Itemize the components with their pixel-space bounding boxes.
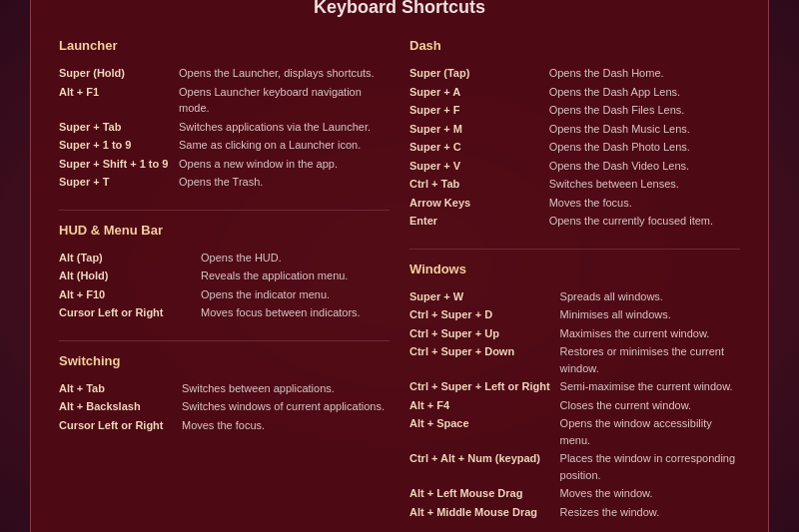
shortcut-desc: Opens the Dash Music Lens.: [549, 120, 740, 139]
shortcut-key: Ctrl + Super + D: [409, 305, 560, 324]
table-row: Alt (Hold)Reveals the application menu.: [59, 266, 390, 285]
shortcut-key: Ctrl + Super + Up: [409, 324, 560, 343]
shortcut-key: Super + A: [409, 83, 549, 102]
shortcut-key: Alt + F4: [409, 396, 560, 415]
shortcut-desc: Switches between applications.: [182, 379, 390, 398]
table-row: Super (Tap)Opens the Dash Home.: [409, 64, 740, 83]
table-row: Cursor Left or RightMoves the focus.: [59, 416, 390, 435]
shortcut-key: Cursor Left or Right: [59, 416, 182, 435]
table-row: Super + FOpens the Dash Files Lens.: [409, 101, 740, 120]
table-row: Alt (Tap)Opens the HUD.: [59, 249, 390, 267]
shortcut-desc: Opens the Dash Home.: [549, 64, 740, 83]
section-dash: Dash Super (Tap)Opens the Dash Home.Supe…: [409, 38, 740, 231]
shortcut-key: Super + V: [409, 157, 549, 176]
dialog-title: Keyboard Shortcuts: [59, 0, 740, 18]
table-row: Super + TabSwitches applications via the…: [59, 118, 390, 137]
shortcut-key: Super + C: [409, 138, 549, 157]
section-windows: Windows Super + WSpreads all windows.Ctr…: [409, 262, 740, 522]
divider-1: [59, 210, 390, 211]
table-row: Cursor Left or RightMoves focus between …: [59, 303, 390, 322]
shortcut-key: Ctrl + Tab: [409, 175, 549, 194]
shortcut-key: Alt + Space: [409, 414, 560, 449]
table-row: EnterOpens the currently focused item.: [409, 212, 740, 231]
shortcut-key: Super + Shift + 1 to 9: [59, 155, 179, 174]
shortcut-key: Super + W: [409, 287, 560, 306]
shortcut-key: Super + T: [59, 173, 179, 192]
shortcut-key: Ctrl + Super + Left or Right: [409, 377, 560, 396]
section-switching: Switching Alt + TabSwitches between appl…: [59, 353, 390, 435]
shortcut-desc: Resizes the window.: [560, 503, 740, 522]
keyboard-shortcuts-dialog: Keyboard Shortcuts Launcher Super (Hold)…: [30, 0, 769, 532]
table-row: Super + 1 to 9Same as clicking on a Laun…: [59, 136, 390, 155]
shortcut-key: Enter: [409, 212, 549, 231]
hud-table: Alt (Tap)Opens the HUD.Alt (Hold)Reveals…: [59, 249, 390, 322]
table-row: Super + COpens the Dash Photo Lens.: [409, 138, 740, 157]
shortcut-desc: Opens Launcher keyboard navigation mode.: [179, 83, 390, 118]
section-hud-title: HUD & Menu Bar: [59, 223, 390, 241]
shortcut-desc: Reveals the application menu.: [201, 266, 390, 285]
table-row: Super + AOpens the Dash App Lens.: [409, 83, 740, 102]
table-row: Super + TOpens the Trash.: [59, 173, 390, 192]
table-row: Super + WSpreads all windows.: [409, 287, 740, 306]
section-dash-title: Dash: [409, 38, 740, 56]
right-column: Dash Super (Tap)Opens the Dash Home.Supe…: [409, 38, 740, 532]
divider-3: [409, 249, 740, 250]
shortcut-desc: Minimises all windows.: [560, 305, 740, 324]
table-row: Super + VOpens the Dash Video Lens.: [409, 157, 740, 176]
shortcut-key: Arrow Keys: [409, 194, 549, 213]
table-row: Ctrl + Super + Left or RightSemi-maximis…: [409, 377, 740, 396]
shortcut-key: Alt (Hold): [59, 266, 201, 285]
shortcut-desc: Opens the Dash Video Lens.: [549, 157, 740, 176]
shortcut-key: Alt (Tap): [59, 249, 201, 267]
table-row: Alt + TabSwitches between applications.: [59, 379, 390, 398]
table-row: Ctrl + Super + UpMaximises the current w…: [409, 324, 740, 343]
dash-table: Super (Tap)Opens the Dash Home.Super + A…: [409, 64, 740, 231]
shortcut-desc: Semi-maximise the current window.: [560, 377, 740, 396]
table-row: Alt + Left Mouse DragMoves the window.: [409, 484, 740, 503]
shortcut-key: Cursor Left or Right: [59, 303, 201, 322]
shortcut-key: Ctrl + Alt + Num (keypad): [409, 449, 560, 484]
shortcut-desc: Opens the HUD.: [201, 249, 390, 267]
shortcut-key: Super (Hold): [59, 64, 179, 83]
table-row: Alt + F4Closes the current window.: [409, 396, 740, 415]
shortcut-desc: Opens the currently focused item.: [549, 212, 740, 231]
shortcut-key: Super + M: [409, 120, 549, 139]
shortcut-desc: Opens the Trash.: [179, 173, 390, 192]
table-row: Ctrl + Super + DMinimises all windows.: [409, 305, 740, 324]
section-windows-title: Windows: [409, 262, 740, 279]
shortcut-desc: Opens the Launcher, displays shortcuts.: [179, 64, 390, 83]
shortcut-desc: Moves the window.: [560, 484, 740, 503]
windows-table: Super + WSpreads all windows.Ctrl + Supe…: [409, 287, 740, 522]
divider-2: [59, 340, 390, 341]
shortcut-desc: Moves the focus.: [182, 416, 390, 435]
table-row: Ctrl + TabSwitches between Lenses.: [409, 175, 740, 194]
shortcut-desc: Same as clicking on a Launcher icon.: [179, 136, 390, 155]
shortcut-key: Alt + F10: [59, 285, 201, 304]
shortcut-desc: Opens the Dash Files Lens.: [549, 101, 740, 120]
launcher-table: Super (Hold)Opens the Launcher, displays…: [59, 64, 390, 192]
table-row: Super + Shift + 1 to 9Opens a new window…: [59, 155, 390, 174]
shortcut-desc: Opens the Dash App Lens.: [549, 83, 740, 102]
shortcut-desc: Opens the indicator menu.: [201, 285, 390, 304]
shortcut-key: Super + 1 to 9: [59, 136, 179, 155]
shortcut-key: Alt + Tab: [59, 379, 182, 398]
shortcut-desc: Moves focus between indicators.: [201, 303, 390, 322]
shortcut-key: Alt + Backslash: [59, 397, 182, 416]
shortcut-desc: Opens a new window in the app.: [179, 155, 390, 174]
section-switching-title: Switching: [59, 353, 390, 371]
columns-container: Launcher Super (Hold)Opens the Launcher,…: [59, 38, 740, 532]
shortcut-key: Alt + Left Mouse Drag: [409, 484, 560, 503]
shortcut-key: Super (Tap): [409, 64, 549, 83]
shortcut-desc: Spreads all windows.: [560, 287, 740, 306]
shortcut-desc: Switches between Lenses.: [549, 175, 740, 194]
shortcut-desc: Maximises the current window.: [560, 324, 740, 343]
table-row: Ctrl + Super + DownRestores or minimises…: [409, 342, 740, 377]
table-row: Super (Hold)Opens the Launcher, displays…: [59, 64, 390, 83]
shortcut-desc: Opens the Dash Photo Lens.: [549, 138, 740, 157]
shortcut-desc: Restores or minimises the current window…: [560, 342, 740, 377]
section-launcher-title: Launcher: [59, 38, 390, 56]
table-row: Super + MOpens the Dash Music Lens.: [409, 120, 740, 139]
shortcut-key: Alt + Middle Mouse Drag: [409, 503, 560, 522]
shortcut-key: Ctrl + Super + Down: [409, 342, 560, 377]
table-row: Arrow KeysMoves the focus.: [409, 194, 740, 213]
